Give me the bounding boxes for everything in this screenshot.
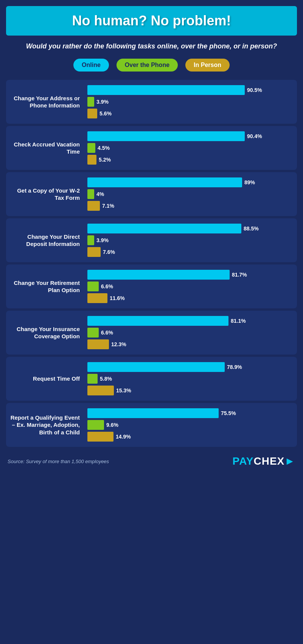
person-bar-label: 12.3% [111,341,126,347]
bar-row-online: 88.5% [87,224,293,233]
footer: Source: Survey of more than 1,500 employ… [0,450,303,473]
chart-row: Request Time Off78.9%5.8%15.3% [6,357,297,401]
phone-bar-label: 6.6% [101,330,113,336]
phone-bar-label: 3.9% [96,99,109,105]
bar-row-phone: 6.6% [87,328,293,338]
phone-bar [87,143,95,153]
phone-bar-label: 9.6% [106,422,118,428]
bar-row-person: 5.2% [87,155,293,165]
person-bar-label: 5.2% [99,157,111,163]
chart-row: Report a Qualifying Event – Ex. Marriage… [6,403,297,447]
online-bar [87,177,242,187]
bar-row-phone: 4% [87,189,293,199]
online-bar [87,408,219,418]
online-bar-label: 81.1% [231,318,246,324]
phone-bar-label: 6.6% [101,283,113,289]
legend: Online Over the Phone In Person [0,55,303,78]
person-bar [87,247,101,257]
chart-row: Change Your Retirement Plan Option81.7%6… [6,264,297,308]
bar-row-online: 90.5% [87,85,293,95]
online-bar [87,270,230,280]
bar-row-person: 14.9% [87,432,293,442]
bars-container: 89%4%7.1% [87,177,293,211]
phone-bar [87,97,94,107]
online-bar-label: 90.4% [247,133,262,139]
person-bar [87,339,109,349]
online-bar [87,362,225,372]
row-label: Report a Qualifying Event – Ex. Marriage… [10,414,84,436]
legend-online: Online [73,59,109,72]
bars-container: 75.5%9.6%14.9% [87,408,293,442]
bar-row-person: 15.3% [87,386,293,395]
online-bar-label: 78.9% [227,364,242,370]
bar-row-phone: 4.5% [87,143,293,153]
bar-row-person: 7.6% [87,247,293,257]
bar-row-person: 12.3% [87,339,293,349]
chart-row: Check Accrued Vacation Time90.4%4.5%5.2% [6,126,297,170]
online-bar-label: 75.5% [221,410,236,416]
person-bar [87,201,100,211]
phone-bar [87,282,99,291]
phone-bar [87,235,94,245]
chart-row: Get a Copy of Your W-2 Tax Form89%4%7.1% [6,172,297,216]
legend-person: In Person [185,59,230,72]
bar-row-phone: 5.8% [87,374,293,384]
online-bar-label: 88.5% [244,226,259,232]
phone-bar [87,328,99,338]
row-label: Change Your Insurance Coverage Option [10,325,84,340]
main-title: No human? No problem! [14,13,289,29]
bar-row-phone: 9.6% [87,420,293,430]
subtitle: Would you rather do the following tasks … [0,36,303,55]
person-bar [87,432,113,442]
person-bar [87,109,97,118]
row-label: Change Your Retirement Plan Option [10,279,84,294]
person-bar-label: 11.6% [110,295,125,301]
person-bar [87,155,96,165]
online-bar-label: 90.5% [247,87,262,93]
online-bar [87,224,241,233]
bar-row-online: 75.5% [87,408,293,418]
bar-row-phone: 6.6% [87,282,293,291]
phone-bar-label: 5.8% [100,376,112,382]
legend-phone: Over the Phone [117,59,178,72]
online-bar [87,131,245,141]
bar-row-phone: 3.9% [87,97,293,107]
row-label: Change Your Direct Deposit Information [10,233,84,248]
bar-row-person: 7.1% [87,201,293,211]
source-text: Source: Survey of more than 1,500 employ… [8,459,109,464]
phone-bar-label: 4.5% [98,145,110,151]
bar-row-phone: 3.9% [87,235,293,245]
chart-row: Change Your Direct Deposit Information88… [6,218,297,262]
person-bar [87,386,114,395]
phone-bar-label: 4% [96,191,104,197]
bar-row-person: 5.6% [87,109,293,118]
phone-bar [87,420,104,430]
row-label: Get a Copy of Your W-2 Tax Form [10,187,84,202]
row-label: Request Time Off [10,375,84,383]
bar-row-online: 89% [87,177,293,187]
bars-container: 90.4%4.5%5.2% [87,131,293,165]
chart-row: Change Your Address or Phone Information… [6,80,297,124]
person-bar-label: 15.3% [116,387,131,394]
paychex-logo: PAYCHEX► [233,455,295,467]
bars-container: 81.1%6.6%12.3% [87,316,293,349]
person-bar-label: 5.6% [99,110,112,117]
online-bar [87,316,228,326]
chart-row: Change Your Insurance Coverage Option81.… [6,311,297,355]
bar-row-online: 81.7% [87,270,293,280]
bars-container: 90.5%3.9%5.6% [87,85,293,118]
phone-bar [87,374,98,384]
person-bar-label: 14.9% [116,434,131,440]
person-bar [87,293,107,303]
row-label: Check Accrued Vacation Time [10,141,84,156]
chart-container: Change Your Address or Phone Information… [0,80,303,447]
online-bar [87,85,245,95]
bar-row-person: 11.6% [87,293,293,303]
phone-bar-label: 3.9% [96,237,109,243]
phone-bar [87,189,94,199]
person-bar-label: 7.1% [102,203,114,209]
bar-row-online: 90.4% [87,131,293,141]
bars-container: 81.7%6.6%11.6% [87,270,293,303]
online-bar-label: 89% [244,179,255,185]
person-bar-label: 7.6% [103,249,115,255]
